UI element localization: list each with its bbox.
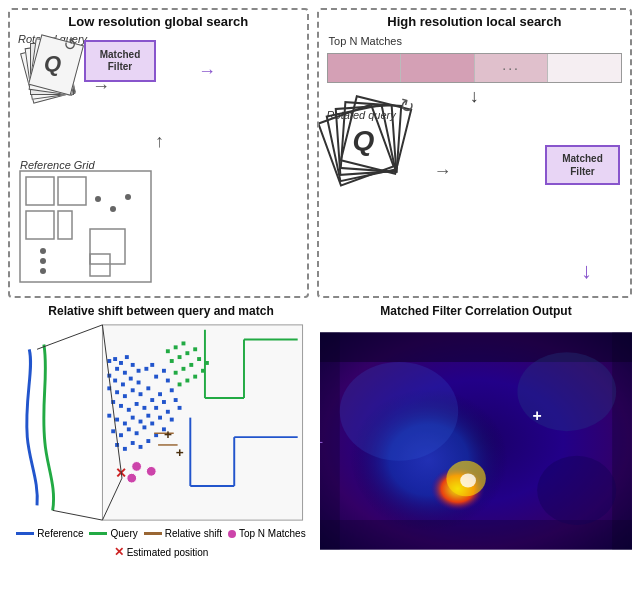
svg-point-105 <box>127 473 137 483</box>
svg-rect-86 <box>178 382 182 386</box>
legend-shift: Relative shift <box>144 528 222 539</box>
legend-query: Query <box>89 528 137 539</box>
svg-point-104 <box>146 466 156 476</box>
svg-rect-63 <box>158 416 162 420</box>
legend-top-n-label: Top N Matches <box>239 528 306 539</box>
svg-rect-65 <box>174 398 178 402</box>
svg-point-113 <box>460 474 476 488</box>
shift-diagram: + + ✕ <box>8 320 314 525</box>
svg-point-12 <box>40 268 46 274</box>
hr-mf-text: MatchedFilter <box>562 152 603 178</box>
svg-rect-82 <box>174 371 178 375</box>
svg-rect-36 <box>139 392 143 396</box>
legend-est-label: Estimated position <box>127 547 209 558</box>
svg-rect-60 <box>135 431 139 435</box>
svg-rect-55 <box>162 400 166 404</box>
low-res-panel: Low resolution global search Rotated que… <box>8 8 309 298</box>
correlation-panel: Matched Filter Correlation Output <box>320 302 632 562</box>
svg-rect-62 <box>150 422 154 426</box>
svg-rect-64 <box>166 410 170 414</box>
legend: Reference Query Relative shift Top N Mat… <box>8 525 314 562</box>
correlation-svg: + <box>320 320 632 562</box>
svg-rect-47 <box>166 379 170 383</box>
svg-rect-78 <box>170 359 174 363</box>
top-n-cell-1 <box>328 54 402 82</box>
legend-query-line <box>89 532 107 535</box>
svg-rect-68 <box>131 441 135 445</box>
high-res-panel: High resolution local search Top N Match… <box>317 8 632 298</box>
svg-rect-27 <box>121 382 125 386</box>
bottom-row: Relative shift between query and match <box>8 302 632 562</box>
svg-rect-19 <box>119 361 123 365</box>
svg-point-11 <box>40 258 46 264</box>
svg-rect-87 <box>185 379 189 383</box>
svg-rect-80 <box>185 351 189 355</box>
svg-point-9 <box>125 194 131 200</box>
svg-rect-23 <box>131 363 135 367</box>
legend-x-icon: ✕ <box>114 545 124 559</box>
svg-rect-76 <box>174 345 178 349</box>
svg-rect-39 <box>162 369 166 373</box>
svg-rect-28 <box>129 377 133 381</box>
svg-rect-56 <box>170 388 174 392</box>
svg-rect-70 <box>146 439 150 443</box>
svg-rect-24 <box>137 369 141 373</box>
svg-rect-35 <box>131 388 135 392</box>
hr-rotate-arrow-icon: ↻ <box>396 93 416 118</box>
correlation-title: Matched Filter Correlation Output <box>320 302 632 320</box>
svg-text:+: + <box>164 427 172 442</box>
svg-rect-51 <box>131 416 135 420</box>
hr-arrow-to-filter: → <box>434 161 452 182</box>
svg-rect-85 <box>197 357 201 361</box>
svg-rect-88 <box>193 375 197 379</box>
top-n-cell-2 <box>401 54 475 82</box>
top-n-label: Top N Matches <box>329 35 402 47</box>
correlation-output: + ← <box>320 320 632 562</box>
svg-text:+: + <box>176 445 184 460</box>
svg-point-103 <box>132 462 142 472</box>
hr-matched-filter: MatchedFilter <box>545 145 620 185</box>
svg-rect-54 <box>154 406 158 410</box>
svg-rect-37 <box>146 386 150 390</box>
svg-rect-57 <box>111 429 115 433</box>
inter-panel-purple-arrow: ← <box>320 426 328 457</box>
svg-rect-22 <box>123 371 127 375</box>
legend-top-n-dot <box>228 530 236 538</box>
svg-rect-75 <box>166 349 170 353</box>
low-res-title: Low resolution global search <box>10 10 307 31</box>
svg-rect-77 <box>182 341 186 345</box>
low-res-query-stack: Q ↺ <box>22 39 92 114</box>
hr-query-q-letter: Q <box>353 125 375 157</box>
top-row: Low resolution global search Rotated que… <box>8 8 632 298</box>
svg-rect-42 <box>127 408 131 412</box>
hr-arrow-down-1: ↓ <box>470 86 479 107</box>
svg-rect-16 <box>102 325 302 520</box>
svg-point-10 <box>40 248 46 254</box>
reference-grid-svg <box>18 169 153 284</box>
svg-rect-30 <box>144 367 148 371</box>
high-res-content: Top N Matches ··· ↓ Rotated query <box>319 31 630 289</box>
main-container: Low resolution global search Rotated que… <box>0 0 640 602</box>
top-n-cell-last <box>548 54 621 82</box>
svg-rect-58 <box>119 433 123 437</box>
svg-rect-18 <box>113 357 117 361</box>
svg-rect-34 <box>123 394 127 398</box>
svg-rect-115 <box>320 520 632 550</box>
legend-reference: Reference <box>16 528 83 539</box>
legend-estimated: ✕ Estimated position <box>114 545 209 559</box>
shift-svg: + + ✕ <box>8 320 314 525</box>
legend-ref-label: Reference <box>37 528 83 539</box>
svg-rect-81 <box>193 347 197 351</box>
svg-rect-43 <box>135 402 139 406</box>
svg-rect-6 <box>90 254 110 276</box>
top-n-bar: ··· <box>327 53 622 83</box>
svg-rect-20 <box>125 355 129 359</box>
svg-rect-38 <box>154 375 158 379</box>
svg-rect-45 <box>150 398 154 402</box>
svg-rect-17 <box>107 359 111 363</box>
svg-rect-59 <box>127 427 131 431</box>
svg-rect-84 <box>189 363 193 367</box>
svg-rect-3 <box>26 211 54 239</box>
svg-rect-31 <box>150 363 154 367</box>
svg-rect-52 <box>139 420 143 424</box>
